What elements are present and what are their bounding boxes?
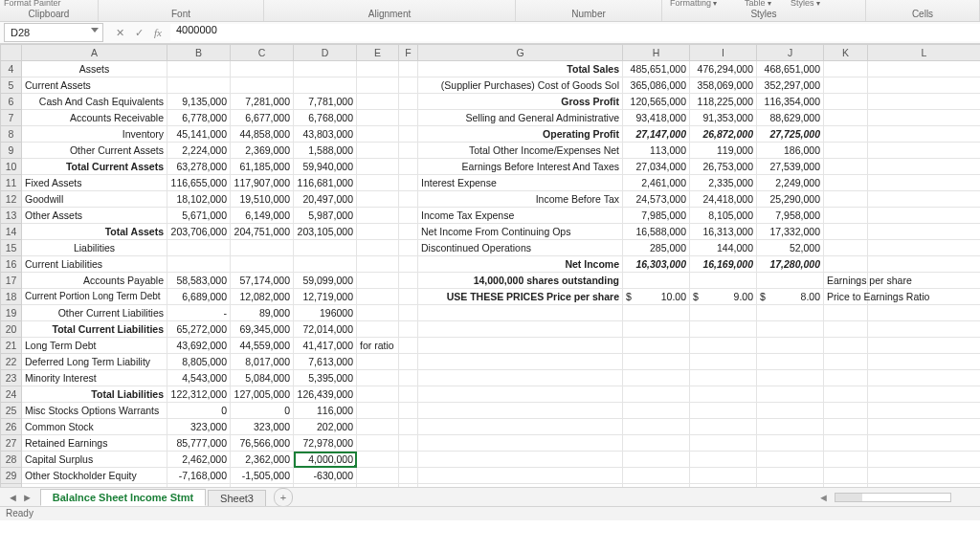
cell[interactable]: Income Tax Expense: [418, 208, 623, 224]
row-head[interactable]: 14: [1, 224, 22, 240]
cell[interactable]: 4,543,000: [167, 370, 231, 386]
spreadsheet-grid[interactable]: A B C D E F G H I J K L 4 Assets Total S…: [0, 44, 980, 517]
cell[interactable]: 202,000: [294, 419, 357, 435]
enter-formula-icon[interactable]: ✓: [132, 27, 145, 39]
cell[interactable]: 16,169,000: [690, 256, 757, 273]
row-head[interactable]: 18: [1, 289, 22, 305]
cell[interactable]: 44,858,000: [231, 126, 294, 143]
cell[interactable]: Total Current Liabilities: [22, 321, 167, 338]
cell[interactable]: Goodwill: [22, 191, 167, 208]
cell[interactable]: 88,629,000: [757, 110, 824, 126]
cancel-formula-icon[interactable]: ✕: [113, 27, 126, 39]
cell[interactable]: 14,000,000 shares outstanding: [418, 273, 623, 289]
cell[interactable]: 27,147,000: [623, 126, 690, 143]
cell[interactable]: Minority Interest: [22, 370, 167, 386]
tab-balance-sheet[interactable]: Balalnce Sheet Income Stmt: [40, 489, 206, 506]
cell[interactable]: 116,354,000: [757, 94, 824, 110]
row-12[interactable]: 12 Goodwill 18,102,000 19,510,000 20,497…: [1, 191, 981, 208]
cell[interactable]: 122,312,000: [167, 386, 231, 403]
cell[interactable]: Cash And Cash Equivalents: [22, 94, 167, 110]
cell[interactable]: Current Assets: [22, 77, 167, 94]
cell[interactable]: 12,719,000: [294, 289, 357, 305]
row-head[interactable]: 21: [1, 338, 22, 354]
cell[interactable]: 85,777,000: [167, 435, 231, 452]
format-painter-label[interactable]: Format Painter: [0, 0, 65, 8]
row-head[interactable]: 26: [1, 419, 22, 435]
cell[interactable]: Assets: [22, 61, 167, 77]
cell[interactable]: 8,805,000: [167, 354, 231, 370]
cell[interactable]: Current Liabilities: [22, 256, 167, 273]
cell[interactable]: Other Stockholder Equity: [22, 468, 167, 484]
cell[interactable]: 6,778,000: [167, 110, 231, 126]
cell[interactable]: Fixed Assets: [22, 175, 167, 191]
cell[interactable]: Net Income: [418, 256, 623, 273]
row-13[interactable]: 13 Other Assets 5,671,000 6,149,000 5,98…: [1, 208, 981, 224]
col-H[interactable]: H: [623, 45, 690, 61]
cell[interactable]: 20,497,000: [294, 191, 357, 208]
cell[interactable]: Other Current Assets: [22, 143, 167, 159]
col-K[interactable]: K: [824, 45, 868, 61]
cell[interactable]: Common Stock: [22, 419, 167, 435]
row-head[interactable]: 13: [1, 208, 22, 224]
cell[interactable]: 7,281,000: [231, 94, 294, 110]
cell[interactable]: Interest Expense: [418, 175, 623, 191]
hscroll-left-icon[interactable]: ◄: [818, 492, 829, 503]
cell[interactable]: 24,418,000: [690, 191, 757, 208]
col-A[interactable]: A: [22, 45, 167, 61]
row-head[interactable]: 23: [1, 370, 22, 386]
row-head[interactable]: 10: [1, 159, 22, 175]
cell[interactable]: 116,655,000: [167, 175, 231, 191]
cell[interactable]: Other Current Liabilities: [22, 305, 167, 321]
col-I[interactable]: I: [690, 45, 757, 61]
row-head[interactable]: 8: [1, 126, 22, 143]
cell[interactable]: 41,417,000: [294, 338, 357, 354]
cell[interactable]: 59,940,000: [294, 159, 357, 175]
cell[interactable]: -7,168,000: [167, 468, 231, 484]
col-G[interactable]: G: [418, 45, 623, 61]
cell[interactable]: 126,439,000: [294, 386, 357, 403]
name-box[interactable]: D28: [4, 23, 103, 42]
row-head[interactable]: 16: [1, 256, 22, 273]
row-20[interactable]: 20 Total Current Liabilities 65,272,000 …: [1, 321, 981, 338]
cell[interactable]: 127,005,000: [231, 386, 294, 403]
cell[interactable]: 204,751,000: [231, 224, 294, 240]
row-7[interactable]: 7 Accounts Receivable 6,778,000 6,677,00…: [1, 110, 981, 126]
row-9[interactable]: 9 Other Current Assets 2,224,000 2,369,0…: [1, 143, 981, 159]
cell[interactable]: 5,395,000: [294, 370, 357, 386]
row-19[interactable]: 19 Other Current Liabilities - 89,000 19…: [1, 305, 981, 321]
cell[interactable]: 26,872,000: [690, 126, 757, 143]
cell[interactable]: Inventory: [22, 126, 167, 143]
row-head[interactable]: 29: [1, 468, 22, 484]
col-C[interactable]: C: [231, 45, 294, 61]
cell[interactable]: 0: [167, 403, 231, 419]
row-head[interactable]: 11: [1, 175, 22, 191]
cell[interactable]: Current Portion Long Term Debt: [22, 289, 167, 305]
cell[interactable]: $8.00: [757, 289, 824, 305]
col-F[interactable]: F: [399, 45, 418, 61]
selected-cell[interactable]: 4,000,000: [294, 452, 357, 468]
cell[interactable]: 17,332,000: [757, 224, 824, 240]
row-head[interactable]: 5: [1, 77, 22, 94]
cell[interactable]: 144,000: [690, 240, 757, 256]
row-head[interactable]: 24: [1, 386, 22, 403]
cell[interactable]: 186,000: [757, 143, 824, 159]
cell[interactable]: 89,000: [231, 305, 294, 321]
cell[interactable]: 17,280,000: [757, 256, 824, 273]
row-6[interactable]: 6 Cash And Cash Equivalents 9,135,000 7,…: [1, 94, 981, 110]
cell[interactable]: for ratio: [357, 338, 399, 354]
row-head[interactable]: 25: [1, 403, 22, 419]
row-24[interactable]: 24 Total Liabilities 122,312,000 127,005…: [1, 386, 981, 403]
cell[interactable]: 72,014,000: [294, 321, 357, 338]
tab-nav-back-icon[interactable]: ◄: [8, 492, 18, 503]
row-17[interactable]: 17 Accounts Payable 58,583,000 57,174,00…: [1, 273, 981, 289]
row-4[interactable]: 4 Assets Total Sales 485,651,000 476,294…: [1, 61, 981, 77]
row-27[interactable]: 27 Retained Earnings 85,777,000 76,566,0…: [1, 435, 981, 452]
row-16[interactable]: 16 Current Liabilities Net Income 16,303…: [1, 256, 981, 273]
cell[interactable]: 91,353,000: [690, 110, 757, 126]
row-15[interactable]: 15 Liabilities Discontinued Operations 2…: [1, 240, 981, 256]
cell[interactable]: 16,313,000: [690, 224, 757, 240]
cell[interactable]: 203,105,000: [294, 224, 357, 240]
cell[interactable]: 18,102,000: [167, 191, 231, 208]
cell[interactable]: -630,000: [294, 468, 357, 484]
row-head[interactable]: 7: [1, 110, 22, 126]
